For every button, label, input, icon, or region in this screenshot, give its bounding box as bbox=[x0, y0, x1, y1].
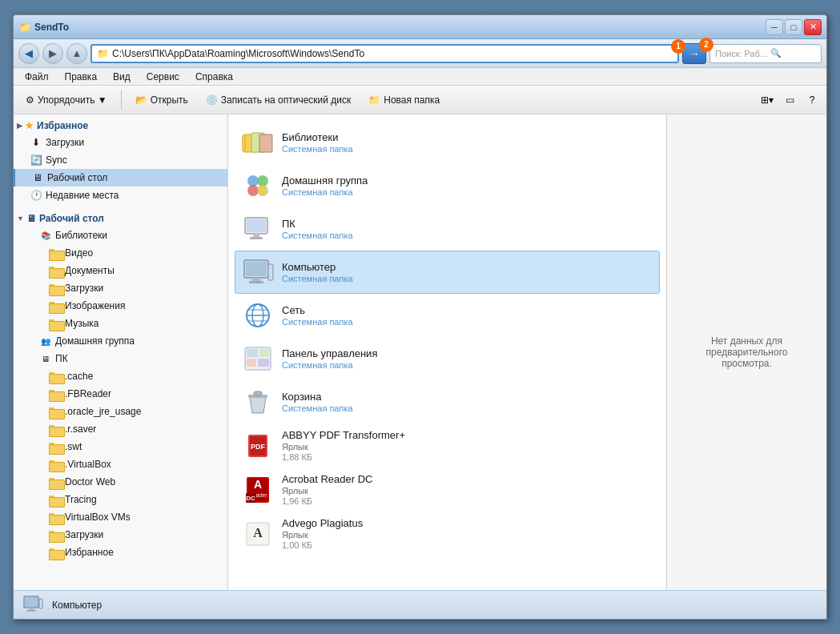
sidebar-item-downloads-lib[interactable]: Загрузки bbox=[14, 279, 227, 297]
sidebar-item-homegroup[interactable]: 👥 Домашняя группа bbox=[14, 332, 227, 350]
file-item-controlpanel[interactable]: Панель управления Системная папка bbox=[235, 337, 660, 380]
search-box[interactable]: Поиск: Раб... 🔍 bbox=[709, 44, 822, 63]
restore-button[interactable]: □ bbox=[785, 19, 802, 35]
sidebar-desktop-header[interactable]: ▼ 🖥 Рабочий стол bbox=[14, 211, 227, 227]
file-name-recycle: Корзина bbox=[282, 391, 653, 403]
badge-2: 2 bbox=[699, 38, 713, 52]
sidebar-item-desktop[interactable]: 🖥 Рабочий стол bbox=[14, 169, 227, 187]
sidebar-item-fbreader[interactable]: .FBReader bbox=[14, 385, 227, 403]
svg-rect-1 bbox=[242, 136, 245, 150]
file-item-pc[interactable]: ПК Системная папка bbox=[235, 207, 660, 251]
svg-text:DC: DC bbox=[246, 495, 255, 502]
address-folder-icon: 📁 bbox=[97, 48, 109, 59]
sidebar-item-vboxvms[interactable]: VirtualBox VMs bbox=[14, 508, 227, 526]
sidebar: ▶ ★ Избранное ⬇ Загрузки 🔄 Sync 🖥 Рабочи… bbox=[14, 114, 228, 590]
sidebar-item-libraries[interactable]: 📚 Библиотеки bbox=[14, 227, 227, 244]
file-item-recycle[interactable]: Корзина Системная папка bbox=[235, 380, 660, 423]
svg-rect-28 bbox=[254, 391, 262, 395]
file-item-abbyy[interactable]: PDF ABBYY PDF Transformer+ Ярлык 1,88 КБ bbox=[235, 423, 660, 467]
menu-edit[interactable]: Правка bbox=[58, 70, 104, 84]
menu-file[interactable]: Файл bbox=[18, 70, 55, 84]
file-desc-controlpanel: Системная папка bbox=[282, 360, 653, 370]
sidebar-item-music[interactable]: Музыка bbox=[14, 315, 227, 332]
statusbar-text: Компьютер bbox=[52, 600, 102, 611]
file-item-libraries[interactable]: Библиотеки Системная папка bbox=[235, 121, 660, 164]
file-item-network[interactable]: Сеть Системная папка bbox=[235, 294, 660, 337]
svg-rect-42 bbox=[29, 608, 34, 610]
file-info-recycle: Корзина Системная папка bbox=[282, 391, 653, 413]
address-input[interactable] bbox=[112, 48, 673, 59]
swt-icon bbox=[49, 440, 62, 453]
svg-rect-9 bbox=[247, 219, 266, 232]
view-toggle-button[interactable]: ⊞▾ bbox=[758, 90, 777, 110]
file-info-network: Сеть Системная папка bbox=[282, 304, 653, 327]
sidebar-item-rsaver[interactable]: .r.saver bbox=[14, 420, 227, 438]
sidebar-item-pc[interactable]: 🖥 ПК bbox=[14, 350, 227, 367]
menu-help[interactable]: Справка bbox=[189, 70, 239, 84]
burn-icon: 💿 bbox=[206, 94, 218, 106]
sidebar-item-tracing[interactable]: Tracing bbox=[14, 491, 227, 508]
sidebar-item-video[interactable]: Видео bbox=[14, 244, 227, 262]
preview-pane-button[interactable]: ▭ bbox=[780, 90, 799, 110]
sidebar-item-downloads-pc[interactable]: Загрузки bbox=[14, 526, 227, 544]
docs-icon bbox=[49, 264, 62, 277]
acrobat-file-icon: A Reader DC bbox=[242, 474, 274, 506]
controlpanel-file-icon bbox=[242, 343, 274, 375]
pc-sidebar-icon: 🖥 bbox=[39, 352, 52, 365]
svg-point-5 bbox=[257, 175, 268, 187]
sidebar-favorites-header[interactable]: ▶ ★ Избранное bbox=[14, 118, 227, 134]
sidebar-item-swt[interactable]: .swt bbox=[14, 438, 227, 455]
svg-rect-41 bbox=[25, 597, 38, 607]
up-button[interactable]: ▲ bbox=[66, 43, 87, 64]
file-name-network: Сеть bbox=[282, 304, 653, 316]
sidebar-item-doctorweb[interactable]: Doctor Web bbox=[14, 473, 227, 491]
file-name-libraries: Библиотеки bbox=[282, 131, 653, 143]
organize-button[interactable]: ⚙ Упорядочить ▼ bbox=[18, 89, 115, 111]
preview-no-data-text: Нет данных для предварительного просмотр… bbox=[667, 319, 826, 385]
homegroup-file-icon bbox=[242, 170, 274, 202]
sidebar-item-recent[interactable]: 🕐 Недавние места bbox=[14, 187, 227, 204]
file-item-acrobat[interactable]: A Reader DC Acrobat Reader DC Ярлык 1,96… bbox=[235, 467, 660, 512]
svg-point-6 bbox=[247, 185, 259, 196]
sync-icon: 🔄 bbox=[30, 154, 42, 167]
close-button[interactable]: ✕ bbox=[804, 19, 822, 35]
search-icon: 🔍 bbox=[770, 48, 782, 58]
go-button[interactable]: → 2 bbox=[682, 43, 706, 64]
minimize-button[interactable]: ─ bbox=[766, 19, 783, 35]
sidebar-item-favorites-pc[interactable]: Избранное bbox=[14, 544, 227, 561]
sidebar-item-images[interactable]: Изображения bbox=[14, 297, 227, 315]
file-desc-pc: Системная папка bbox=[282, 231, 653, 240]
sidebar-item-sync[interactable]: 🔄 Sync bbox=[14, 151, 227, 169]
svg-rect-26 bbox=[258, 359, 269, 367]
back-button[interactable]: ◀ bbox=[18, 43, 39, 64]
oracle-icon bbox=[49, 405, 62, 418]
svg-rect-13 bbox=[246, 262, 267, 276]
svg-rect-11 bbox=[250, 237, 263, 239]
file-item-homegroup[interactable]: Домашняя группа Системная папка bbox=[235, 164, 660, 207]
burn-button[interactable]: 💿 Записать на оптический диск bbox=[199, 89, 359, 111]
file-name-pc: ПК bbox=[282, 218, 653, 230]
new-folder-button[interactable]: 📁 Новая папка bbox=[361, 89, 447, 111]
file-info-acrobat: Acrobat Reader DC Ярлык 1,96 КБ bbox=[282, 473, 653, 506]
sidebar-item-docs[interactable]: Документы bbox=[14, 262, 227, 279]
sidebar-item-downloads-fav[interactable]: ⬇ Загрузки bbox=[14, 134, 227, 151]
menu-tools[interactable]: Сервис bbox=[140, 70, 186, 84]
downloads-pc-icon bbox=[49, 528, 62, 541]
file-desc-computer: Системная папка bbox=[282, 274, 653, 283]
open-button[interactable]: 📂 Открыть bbox=[128, 89, 195, 111]
libraries-file-icon bbox=[242, 126, 274, 158]
toolbar-separator-1 bbox=[121, 90, 122, 110]
menu-view[interactable]: Вид bbox=[107, 70, 137, 84]
svg-rect-23 bbox=[247, 349, 258, 357]
sidebar-item-virtualbox[interactable]: .VirtualBox bbox=[14, 455, 227, 473]
sidebar-item-oracle[interactable]: .oracle_jre_usage bbox=[14, 403, 227, 420]
sidebar-item-cache[interactable]: .cache bbox=[14, 367, 227, 385]
file-item-computer[interactable]: Компьютер Системная папка bbox=[235, 251, 660, 294]
file-item-advego[interactable]: A Advego Plagiatus Ярлык 1,00 КБ bbox=[235, 512, 660, 556]
svg-text:A: A bbox=[254, 478, 262, 491]
forward-button[interactable]: ▶ bbox=[42, 43, 63, 64]
address-bar[interactable]: 📁 1 bbox=[90, 44, 679, 63]
file-name-acrobat: Acrobat Reader DC bbox=[282, 473, 653, 485]
help-button[interactable]: ? bbox=[802, 90, 822, 110]
music-icon bbox=[49, 317, 62, 330]
